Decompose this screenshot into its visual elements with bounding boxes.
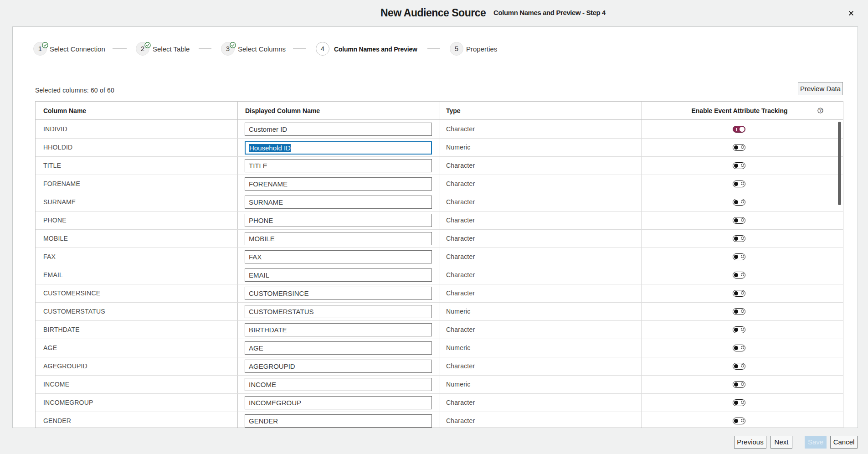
- svg-text:?: ?: [819, 108, 822, 113]
